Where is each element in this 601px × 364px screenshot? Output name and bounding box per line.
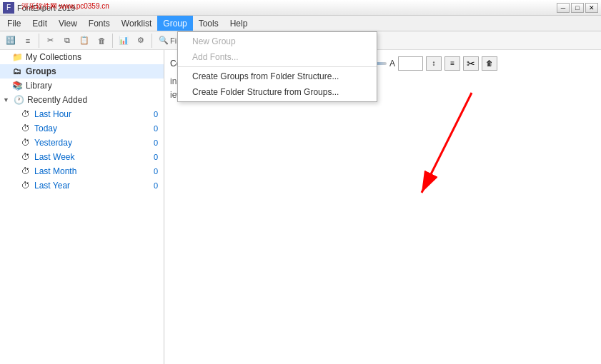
- groups-icon: 🗂: [11, 66, 23, 77]
- clock-icon-3: ⏱: [20, 137, 31, 148]
- title-bar: F FontExpert 2019 ─ □ ✕: [0, 0, 601, 16]
- toolbar-delete[interactable]: 🗑: [94, 34, 109, 48]
- groups-label: Groups: [26, 66, 161, 76]
- last-month-label: Last Month: [34, 166, 151, 176]
- last-month-count: 0: [154, 167, 158, 176]
- menu-view[interactable]: View: [53, 16, 83, 31]
- font-size-small-a: A: [389, 59, 395, 69]
- yesterday-count: 0: [154, 138, 158, 147]
- sort-button[interactable]: ↕: [426, 56, 442, 71]
- toolbar-sep1: [39, 34, 39, 48]
- recently-added-label: Recently Added: [27, 95, 161, 105]
- sidebar-item-last-month[interactable]: ⏱ Last Month 0: [0, 164, 164, 178]
- dropdown-separator: [178, 66, 377, 67]
- title-bar-text: FontExpert 2019: [17, 4, 554, 12]
- clock-icon-5: ⏱: [20, 166, 31, 177]
- sidebar-item-recently-added[interactable]: ▼ 🕐 Recently Added: [0, 93, 164, 107]
- window-controls: ─ □ ✕: [557, 3, 598, 13]
- toolbar-settings[interactable]: ⚙: [133, 34, 149, 48]
- menu-edit[interactable]: Edit: [26, 16, 53, 31]
- yesterday-label: Yesterday: [34, 138, 151, 148]
- sidebar-item-groups[interactable]: 🗂 Groups: [0, 64, 164, 79]
- menu-group[interactable]: Group: [157, 16, 192, 31]
- sidebar-item-last-week[interactable]: ⏱ Last Week 0: [0, 150, 164, 164]
- find-fonts-icon: 🔍: [159, 36, 169, 45]
- last-year-count: 0: [154, 181, 158, 190]
- view-button[interactable]: 🗑: [482, 56, 497, 71]
- my-collections-label: My Collections: [26, 52, 161, 62]
- sidebar: 📁 My Collections 🗂 Groups 📚 Library ▼ 🕐 …: [0, 50, 164, 364]
- last-hour-count: 0: [154, 110, 158, 118]
- dropdown-add-fonts: Add Fonts...: [178, 49, 377, 65]
- last-week-label: Last Week: [34, 152, 151, 162]
- menu-help[interactable]: Help: [224, 16, 254, 31]
- toolbar-icon2[interactable]: ≡: [20, 34, 36, 48]
- sort-button-2[interactable]: ≡: [444, 56, 460, 71]
- recently-icon: 🕐: [13, 94, 24, 106]
- minimize-button[interactable]: ─: [557, 3, 570, 13]
- toolbar-sep2: [112, 34, 113, 48]
- sidebar-item-last-year[interactable]: ⏱ Last Year 0: [0, 178, 164, 193]
- dropdown-new-group: New Group: [178, 34, 377, 49]
- toolbar-icon1[interactable]: 🔠: [3, 34, 19, 48]
- library-icon: 📚: [11, 80, 23, 91]
- menu-worklist[interactable]: Worklist: [116, 16, 157, 31]
- dropdown-create-folder-structure[interactable]: Create Folder Structure from Groups...: [178, 84, 377, 100]
- app-icon: F: [3, 2, 14, 14]
- red-arrow-annotation: [407, 86, 493, 228]
- toolbar-sep3: [152, 34, 152, 48]
- today-label: Today: [34, 123, 151, 133]
- dropdown-create-from-folder[interactable]: Create Groups from Folder Structure...: [178, 69, 377, 84]
- menu-bar: File Edit View Fonts Worklist Group Tool…: [0, 16, 601, 31]
- sidebar-item-today[interactable]: ⏱ Today 0: [0, 121, 164, 136]
- library-label: Library: [26, 81, 161, 91]
- toolbar-chart[interactable]: 📊: [116, 34, 131, 48]
- toolbar-paste[interactable]: 📋: [76, 34, 92, 48]
- close-button[interactable]: ✕: [585, 3, 598, 13]
- toolbar-cut[interactable]: ✂: [42, 34, 58, 48]
- svg-line-1: [422, 93, 472, 193]
- clock-icon-2: ⏱: [20, 123, 31, 134]
- today-count: 0: [154, 124, 158, 133]
- sidebar-item-last-hour[interactable]: ⏱ Last Hour 0: [0, 107, 164, 121]
- clock-icon-6: ⏱: [20, 180, 31, 191]
- sidebar-item-library[interactable]: 📚 Library: [0, 79, 164, 93]
- collections-icon: 📁: [11, 51, 23, 63]
- scissors-button[interactable]: ✂: [463, 56, 479, 71]
- last-hour-label: Last Hour: [34, 109, 151, 119]
- clock-icon-1: ⏱: [20, 108, 31, 120]
- sidebar-item-yesterday[interactable]: ⏱ Yesterday 0: [0, 136, 164, 150]
- menu-file[interactable]: File: [1, 16, 26, 31]
- clock-icon-4: ⏱: [20, 151, 31, 163]
- font-size-value[interactable]: 36: [398, 56, 423, 71]
- maximize-button[interactable]: □: [571, 3, 584, 13]
- group-dropdown-menu: New Group Add Fonts... Create Groups fro…: [177, 31, 377, 102]
- sidebar-item-my-collections[interactable]: 📁 My Collections: [0, 50, 164, 64]
- menu-tools[interactable]: Tools: [193, 16, 224, 31]
- toolbar-copy[interactable]: ⧉: [59, 34, 75, 48]
- menu-fonts[interactable]: Fonts: [83, 16, 116, 31]
- last-year-label: Last Year: [34, 181, 151, 191]
- last-week-count: 0: [154, 153, 158, 161]
- expand-arrow: ▼: [3, 96, 10, 103]
